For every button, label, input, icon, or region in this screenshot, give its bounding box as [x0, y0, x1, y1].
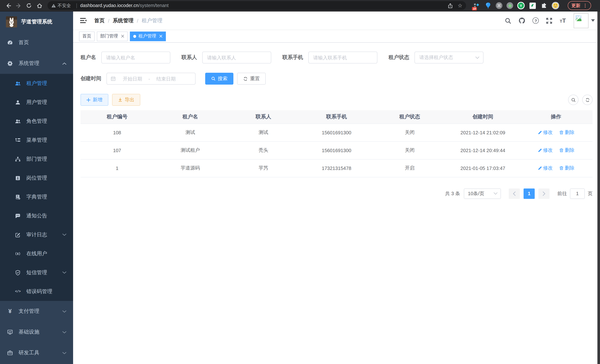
browser-back-button[interactable] [4, 1, 13, 10]
status-select[interactable]: 请选择租户状态 [414, 52, 484, 64]
extension-balloon-icon[interactable] [484, 2, 492, 9]
filter-label: 联系人 [181, 54, 197, 61]
sidebar-item-payment[interactable]: ¥ 支付管理 [0, 301, 73, 322]
address-bar[interactable]: 不安全 dashboard.yudao.iocoder.cn/system/te… [47, 1, 466, 10]
app-logo-row[interactable]: 芋道管理系统 [0, 11, 73, 32]
date-start-input[interactable] [118, 76, 147, 82]
edit-row-button[interactable]: 修改 [537, 129, 553, 136]
tenant-name-input[interactable] [101, 52, 170, 64]
date-separator: - [147, 76, 151, 82]
search-button[interactable]: 搜索 [205, 73, 233, 84]
font-size-button[interactable]: TT [560, 18, 566, 24]
page-size-select[interactable]: 10条/页 [464, 188, 501, 199]
show-search-toggle-button[interactable] [568, 95, 579, 105]
fullscreen-button[interactable] [546, 17, 553, 24]
avatar [574, 13, 589, 28]
app-title: 芋道管理系统 [21, 19, 52, 25]
badge-icon [15, 175, 21, 181]
extension-card-icon[interactable] [529, 2, 536, 9]
tag-tenant[interactable]: 租户管理 [130, 31, 166, 41]
sidebar-item-system[interactable]: 系统管理 [0, 53, 73, 74]
tag-home[interactable]: 首页 [79, 31, 95, 41]
sidebar-item-dept[interactable]: 部门管理 [0, 149, 73, 168]
share-button[interactable] [448, 3, 453, 8]
filter-contact: 联系人 [181, 52, 271, 64]
help-button[interactable]: ? [533, 18, 539, 24]
goto-page: 前往 页 [557, 188, 593, 199]
mobile-input[interactable] [308, 52, 377, 64]
sidebar-item-role[interactable]: 角色管理 [0, 112, 73, 131]
header-search-button[interactable] [505, 17, 512, 24]
bookmark-star-icon[interactable]: ☆ [458, 3, 462, 8]
sidebar-item-label: 审计日志 [26, 231, 47, 238]
goto-label: 前往 [557, 190, 567, 197]
sidebar: 芋道管理系统 首页 系统管理 [0, 11, 73, 364]
filter-label: 租户状态 [388, 54, 409, 61]
breadcrumb-system[interactable]: 系统管理 [113, 17, 134, 24]
add-button[interactable]: 新增 [81, 94, 108, 106]
sidebar-item-menu[interactable]: 菜单管理 [0, 131, 73, 149]
yen-icon: ¥ [7, 308, 13, 314]
sidebar-item-home[interactable]: 首页 [0, 32, 73, 53]
sidebar-item-label: 在线用户 [26, 250, 47, 257]
sidebar-item-infra[interactable]: 基础设施 [0, 322, 73, 343]
tag-dept[interactable]: 部门管理 [97, 31, 128, 41]
sidebar-item-post[interactable]: 岗位管理 [0, 168, 73, 187]
app-logo [6, 16, 17, 28]
profile-avatar-emoji[interactable] [552, 2, 559, 9]
sidebar-item-label: 用户管理 [26, 99, 47, 106]
y-glyph: Y [518, 3, 524, 9]
sidebar-item-label: 角色管理 [26, 118, 47, 124]
sidebar-item-user[interactable]: 用户管理 [0, 93, 73, 112]
delete-row-button[interactable]: 删除 [559, 129, 574, 136]
date-end-input[interactable] [151, 76, 180, 82]
browser-home-button[interactable] [35, 1, 44, 10]
tag-label: 首页 [82, 33, 91, 39]
table-tools [568, 95, 593, 105]
edit-row-button[interactable]: 修改 [537, 165, 553, 171]
kebab-menu-icon[interactable]: ⋮ [583, 3, 587, 8]
goto-page-input[interactable] [570, 188, 585, 199]
cell-contact: 测试 [227, 123, 300, 141]
sidebar-item-sms[interactable]: 短信管理 [0, 263, 73, 282]
cell-contact: 秃头 [227, 141, 300, 159]
sidebar-item-notice[interactable]: 通知公告 [0, 206, 73, 225]
sidebar-item-audit-log[interactable]: 审计日志 [0, 225, 73, 244]
breadcrumb-home[interactable]: 首页 [94, 17, 105, 24]
sidebar-item-online-users[interactable]: 在线用户 [0, 244, 73, 263]
page-number-1[interactable]: 1 [524, 188, 535, 199]
delete-row-button[interactable]: 删除 [559, 165, 574, 171]
page-content: 租户名 联系人 联系手机 租户状态 请选择租户状态 [73, 43, 600, 364]
contact-input[interactable] [202, 52, 271, 64]
sidebar-item-label: 系统管理 [19, 60, 39, 67]
next-page-button[interactable] [538, 188, 550, 199]
small-t-glyph: T [560, 19, 562, 24]
refresh-table-button[interactable] [582, 95, 593, 105]
extension-command-icon[interactable]: ⌘ [496, 2, 502, 9]
search-icon [211, 76, 216, 81]
user-avatar-menu[interactable] [574, 13, 595, 28]
reset-button[interactable]: 重置 [237, 73, 266, 84]
close-icon[interactable] [159, 35, 162, 38]
edit-row-button[interactable]: 修改 [537, 147, 553, 154]
browser-update-button[interactable]: 更新 ⋮ [568, 1, 591, 10]
sidebar-item-dev-tools[interactable]: 研发工具 [0, 343, 73, 363]
github-link[interactable] [519, 17, 525, 24]
browser-forward-button[interactable] [14, 1, 23, 10]
date-range-picker[interactable]: - [106, 73, 196, 84]
extensions-puzzle-button[interactable] [540, 2, 548, 9]
sidebar-item-error-code[interactable]: </> 错误码管理 [0, 282, 73, 301]
extension-y-icon[interactable]: Y [517, 2, 525, 9]
breadcrumb-separator: / [137, 18, 138, 24]
delete-row-button[interactable]: 删除 [559, 147, 574, 154]
extension-grid-icon[interactable]: 10 [473, 2, 480, 9]
sidebar-item-dict[interactable]: 字典管理 [0, 187, 73, 206]
sidebar-item-label: 错误码管理 [26, 288, 52, 295]
prev-page-button[interactable] [509, 188, 520, 199]
sidebar-item-tenant[interactable]: 租户管理 [0, 74, 73, 93]
sidebar-collapse-button[interactable] [79, 18, 88, 23]
export-button[interactable]: 导出 [112, 94, 140, 106]
browser-reload-button[interactable] [25, 1, 33, 10]
extension-recorder-icon[interactable] [506, 2, 513, 9]
close-icon[interactable] [121, 35, 124, 38]
